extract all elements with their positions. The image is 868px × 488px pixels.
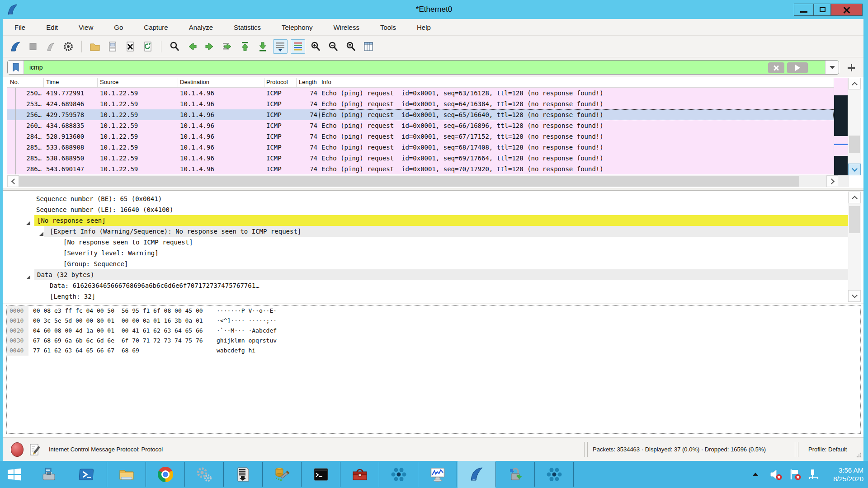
col-destination[interactable]: Destination — [180, 77, 209, 88]
menu-wireless[interactable]: Wireless — [330, 22, 362, 33]
resize-columns-button[interactable] — [361, 39, 376, 54]
packet-list-vscrollbar[interactable] — [848, 78, 861, 175]
taskbar-red-toolbox[interactable] — [341, 461, 379, 488]
byte-view[interactable]: 000000 08 e3 ff fc 04 00 50 56 95 f1 6f … — [6, 305, 861, 434]
taskbar-sync-lock[interactable] — [496, 461, 534, 488]
detail-line[interactable]: Sequence number (BE): 65 (0x0041) — [3, 193, 848, 204]
go-forward-button[interactable] — [203, 39, 217, 54]
maximize-button[interactable] — [814, 4, 831, 16]
start-button[interactable] — [0, 461, 29, 488]
start-capture-button[interactable] — [8, 39, 23, 54]
tray-volume-muted-icon[interactable] — [768, 461, 785, 488]
taskbar-performance-monitor[interactable] — [419, 461, 457, 488]
col-no[interactable]: No. — [10, 77, 19, 88]
restart-capture-button[interactable] — [43, 39, 58, 54]
filter-dropdown-button[interactable] — [825, 61, 839, 74]
save-file-button[interactable] — [105, 39, 120, 54]
hex-row[interactable]: 002004 60 08 00 4d 1a 00 01 00 41 61 62 … — [7, 326, 860, 336]
scroll-left-button[interactable] — [7, 175, 19, 187]
hex-row[interactable]: 003067 68 69 6a 6b 6c 6d 6e 6f 70 71 72 … — [7, 336, 860, 346]
status-profile[interactable]: Profile: Default — [808, 438, 847, 461]
detail-line-expert-info[interactable]: [Expert Info (Warning/Sequence): No resp… — [3, 226, 848, 237]
zoom-in-button[interactable] — [308, 39, 323, 54]
details-vscrollbar[interactable] — [848, 192, 861, 302]
display-filter-input[interactable]: icmp — [7, 60, 839, 75]
packet-list-minimap[interactable] — [834, 78, 848, 175]
menu-capture[interactable]: Capture — [141, 22, 170, 33]
scroll-down-button[interactable] — [848, 164, 861, 175]
detail-line[interactable]: Data: 6162636465666768696a6b6c6d6e6f7071… — [3, 280, 848, 291]
scroll-down-button[interactable] — [848, 290, 861, 302]
taskbar-app-dots-2[interactable] — [535, 461, 573, 488]
packet-list-hscrollbar[interactable] — [7, 175, 849, 187]
tray-clock[interactable]: 3:56 AM 8/25/2020 — [833, 461, 865, 488]
filter-add-button[interactable] — [844, 61, 858, 75]
detail-line[interactable]: Sequence number (LE): 16640 (0x4100) — [3, 204, 848, 215]
menu-analyze[interactable]: Analyze — [186, 22, 216, 33]
col-info[interactable]: Info — [321, 77, 331, 88]
col-protocol[interactable]: Protocol — [266, 77, 288, 88]
close-file-button[interactable] — [123, 39, 137, 54]
filter-clear-button[interactable] — [768, 62, 784, 73]
packet-row[interactable]: 253…424.68984610.1.22.5910.1.4.96ICMP74E… — [7, 99, 834, 109]
taskbar-database-tools[interactable] — [263, 461, 301, 488]
colorize-packets-button[interactable] — [291, 39, 305, 54]
taskbar-chrome[interactable] — [146, 461, 184, 488]
menu-tools[interactable]: Tools — [377, 22, 399, 33]
taskbar-command-prompt[interactable] — [302, 461, 340, 488]
detail-line-no-response[interactable]: [No response seen] — [3, 215, 848, 226]
col-time[interactable]: Time — [46, 77, 59, 88]
scroll-thumb[interactable] — [849, 136, 860, 153]
taskbar-wireshark-active[interactable] — [458, 461, 495, 488]
scroll-thumb[interactable] — [849, 206, 860, 233]
hex-row[interactable]: 004077 61 62 63 64 65 66 67 68 69wabcdef… — [7, 346, 860, 356]
packet-row[interactable]: 250…419.77299110.1.22.5910.1.4.96ICMP74E… — [7, 88, 834, 99]
packet-row-selected[interactable]: 256…429.75957810.1.22.5910.1.4.96ICMP74E… — [7, 109, 834, 120]
capture-options-button[interactable] — [61, 39, 75, 54]
taskbar-setup-document[interactable] — [224, 461, 262, 488]
resize-grip[interactable] — [855, 451, 862, 459]
open-file-button[interactable] — [88, 39, 102, 54]
menu-edit[interactable]: Edit — [43, 22, 61, 33]
scroll-right-button[interactable] — [826, 175, 838, 187]
scroll-thumb[interactable] — [19, 176, 799, 187]
packet-row[interactable]: 286…543.69014710.1.22.5910.1.4.96ICMP74E… — [7, 164, 834, 174]
reload-file-button[interactable] — [141, 39, 155, 54]
detail-line[interactable]: [Length: 32] — [3, 291, 848, 302]
taskbar-file-explorer[interactable] — [108, 461, 146, 488]
go-to-packet-button[interactable] — [220, 39, 235, 54]
filter-bookmark-icon[interactable] — [8, 61, 24, 74]
taskbar-powershell[interactable] — [68, 461, 106, 488]
find-packet-button[interactable] — [167, 39, 182, 54]
go-back-button[interactable] — [185, 39, 199, 54]
go-to-last-packet-button[interactable] — [255, 39, 270, 54]
menu-telephony[interactable]: Telephony — [279, 22, 315, 33]
menu-help[interactable]: Help — [414, 22, 434, 33]
taskbar-server-manager[interactable] — [30, 461, 68, 488]
scroll-up-button[interactable] — [848, 192, 861, 203]
detail-line[interactable]: [Severity level: Warning] — [3, 248, 848, 258]
auto-scroll-button[interactable] — [273, 39, 288, 54]
hex-row[interactable]: 001000 3c 5e 5d 00 00 80 01 00 00 0a 01 … — [7, 316, 860, 326]
taskbar-app-dots[interactable] — [380, 461, 418, 488]
tray-action-center-flag-icon[interactable] — [787, 461, 804, 488]
packet-row[interactable]: 284…528.91360010.1.22.5910.1.4.96ICMP74E… — [7, 131, 834, 142]
scroll-up-button[interactable] — [848, 78, 861, 89]
menu-view[interactable]: View — [76, 22, 96, 33]
tray-show-hidden-button[interactable] — [747, 461, 764, 488]
detail-line[interactable]: [No response seen to ICMP request] — [3, 237, 848, 248]
minimize-button[interactable] — [794, 4, 814, 16]
detail-line-data[interactable]: Data (32 bytes) — [3, 269, 848, 280]
menu-statistics[interactable]: Statistics — [231, 22, 264, 33]
close-button[interactable] — [831, 4, 863, 16]
packet-row[interactable]: 285…533.68890810.1.22.5910.1.4.96ICMP74E… — [7, 142, 834, 153]
packet-row[interactable]: 285…538.68895010.1.22.5910.1.4.96ICMP74E… — [7, 153, 834, 164]
menu-file[interactable]: File — [12, 22, 28, 33]
expert-info-button[interactable] — [11, 442, 24, 457]
filter-apply-button[interactable] — [787, 62, 808, 73]
hex-row[interactable]: 000000 08 e3 ff fc 04 00 50 56 95 f1 6f … — [7, 306, 860, 316]
detail-line[interactable]: [Group: Sequence] — [3, 258, 848, 269]
col-length[interactable]: Length — [299, 77, 317, 88]
tray-network-icon[interactable] — [806, 461, 823, 488]
stop-capture-button[interactable] — [26, 39, 40, 54]
